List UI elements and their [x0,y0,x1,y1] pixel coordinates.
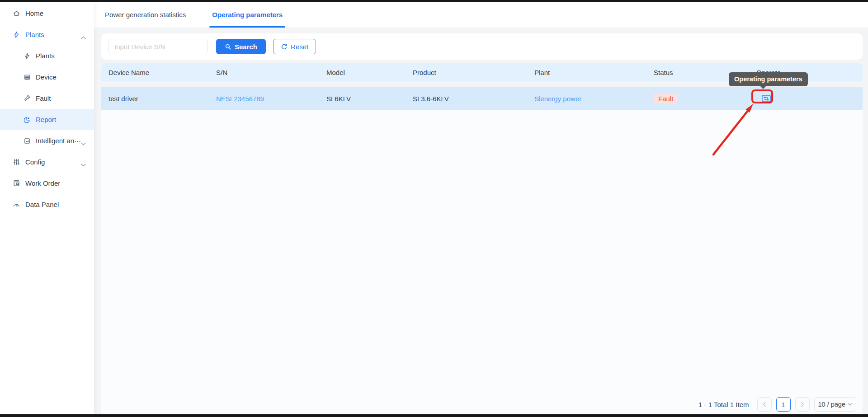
tab-label: Operating parameters [212,11,283,19]
sidebar-item-intelligent-analysis[interactable]: Intelligent an··· [0,130,94,151]
sidebar-item-data-panel[interactable]: Data Panel [0,194,94,215]
sliders-icon [13,158,20,166]
operating-parameters-button[interactable] [759,93,774,104]
sidebar: Home Plants Plants [0,2,94,414]
tooltip-label: Operating parameters [734,75,802,83]
page-size-select[interactable]: 10 / page [814,397,856,412]
sidebar-item-label: Plants [25,31,81,38]
sidebar-item-plants[interactable]: Plants [0,45,94,66]
operating-parameters-tooltip: Operating parameters [729,72,808,86]
sidebar-item-report[interactable]: Report [0,109,94,130]
main-content: Power generation statistics Operating pa… [94,2,868,414]
sidebar-item-label: Plants [36,52,86,60]
sidebar-item-config[interactable]: Config [0,151,94,173]
chart-icon [23,137,31,145]
device-table: Device Name S/N Model Product Plant Stat… [101,63,863,414]
column-header-model: Model [326,69,413,76]
reset-button[interactable]: Reset [273,39,316,54]
pie-chart-icon [23,116,31,123]
column-header-product: Product [413,69,534,76]
operating-parameters-icon [762,95,771,102]
sidebar-item-label: Config [25,158,81,166]
pagination-prev-button[interactable] [757,397,772,412]
gauge-icon [13,201,20,208]
reset-button-label: Reset [291,43,308,51]
pagination-next-button[interactable] [795,397,810,412]
chevron-down-icon [81,160,86,164]
column-header-device-name: Device Name [108,69,216,76]
chevron-up-icon [81,33,86,36]
sidebar-item-device[interactable]: Device [0,66,94,88]
sidebar-item-work-order[interactable]: Work Order [0,173,94,194]
pagination: 1 - 1 Total 1 Item 1 10 / page [698,397,856,412]
sidebar-item-label: Data Panel [25,201,86,208]
product-cell: SL3.6-6KLV [413,95,534,103]
chevron-down-icon [81,139,86,142]
column-header-plant: Plant [534,69,654,76]
file-search-icon [13,179,20,187]
sidebar-item-label: Intelligent an··· [36,137,81,145]
model-cell: SL6KLV [326,95,413,103]
sidebar-item-fault[interactable]: Fault [0,88,94,109]
wrench-icon [23,94,31,102]
device-sn-link[interactable]: NESL23456789 [216,95,264,103]
device-name-cell: test driver [108,95,216,103]
table-row: test driver NESL23456789 SL6KLV SL3.6-6K… [101,87,863,110]
home-icon [13,9,20,17]
sidebar-item-label: Device [36,73,86,81]
tab-operating-parameters[interactable]: Operating parameters [212,2,283,28]
sidebar-item-label: Fault [36,94,86,102]
search-button-label: Search [235,43,257,51]
sidebar-item-home[interactable]: Home [0,3,94,24]
app-screenshot: Home Plants Plants [0,0,868,417]
app-window: Home Plants Plants [0,2,868,414]
search-icon [225,43,231,50]
sidebar-item-plants-group[interactable]: Plants [0,24,94,45]
lightning-icon [23,52,31,60]
device-sn-input[interactable] [108,39,208,54]
status-badge: Fault [654,94,678,104]
refresh-icon [281,43,288,50]
tab-bar: Power generation statistics Operating pa… [94,2,868,28]
sidebar-item-label: Report [36,116,86,123]
tab-power-generation-statistics[interactable]: Power generation statistics [105,2,186,28]
search-button[interactable]: Search [216,39,266,54]
chevron-right-icon [801,402,804,407]
pagination-summary: 1 - 1 Total 1 Item [698,401,749,408]
column-header-sn: S/N [216,69,326,76]
sidebar-item-label: Home [25,9,86,17]
tab-label: Power generation statistics [105,11,186,19]
filter-panel: Search Reset [101,33,863,60]
plant-link[interactable]: Slenergy power [534,95,581,103]
lightning-icon [13,31,20,38]
sidebar-item-label: Work Order [25,179,86,187]
chevron-down-icon [848,403,852,406]
pagination-page-1-button[interactable]: 1 [776,397,791,412]
page-size-value: 10 / page [818,401,845,408]
tooltip-caret [760,86,766,89]
chevron-left-icon [763,402,766,407]
device-list-icon [23,73,31,81]
